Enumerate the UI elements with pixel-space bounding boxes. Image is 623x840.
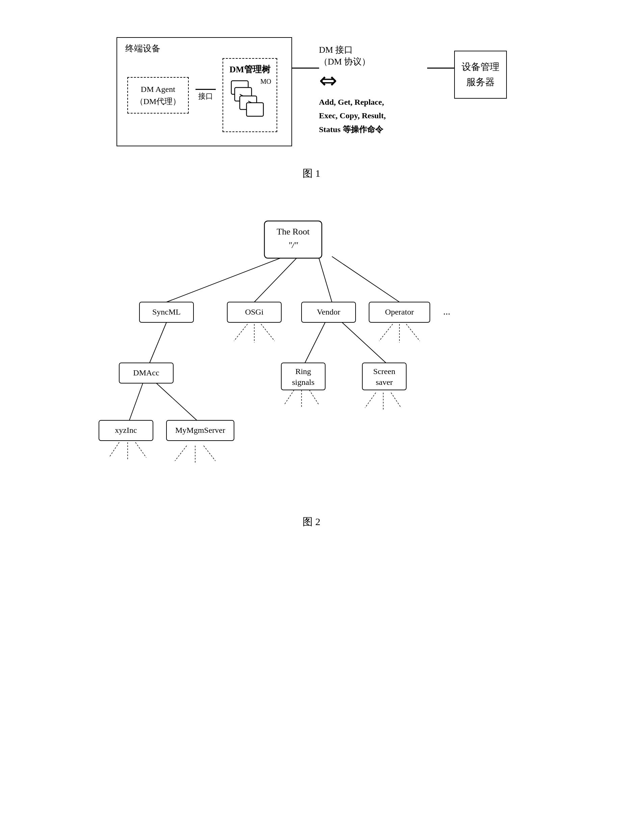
fig1-caption: 图 1 [41,166,582,180]
ringsignals-text2: signals [292,378,315,386]
screensaver-text1: Screen [373,367,395,376]
commands-text: Add, Get, Replace, Exec, Copy, Result, S… [319,95,386,137]
dm-interface-label: DM 接口 （DM 协议） [319,44,370,68]
root-text-line2: "/" [288,240,298,250]
svg-line-25 [175,446,187,461]
terminal-label: 终端设备 [125,43,160,54]
svg-line-19 [379,324,393,341]
svg-line-15 [342,322,386,363]
tree-svg: The Root "/" SyncML OSGi Vendor Operator… [75,201,548,505]
ellipsis-text: ... [443,306,450,317]
svg-line-27 [204,446,215,461]
dm-tree-label: DM管理树 [230,63,270,75]
screensaver-text2: saver [376,378,393,386]
figure1: 终端设备 DM Agent （DM代理） 接口 DM管理树 MO [41,27,582,180]
dm-agent-line1: DM Agent [141,85,175,94]
server-box: 设备管理 服务器 [454,51,507,98]
osgi-text: OSGi [245,308,263,316]
svg-rect-3 [247,103,263,116]
svg-line-16 [234,324,247,341]
svg-line-28 [284,390,294,405]
vendor-text: Vendor [317,308,340,316]
dm-tree-box: DM管理树 MO [222,58,277,132]
dm-agent-line2: （DM代理） [135,97,181,106]
svg-line-7 [166,257,285,302]
terminal-section: 终端设备 DM Agent （DM代理） 接口 DM管理树 MO [117,37,292,146]
double-arrow: ⇔ [319,71,337,91]
root-text-line1: The Root [276,227,310,237]
svg-line-18 [261,324,275,341]
svg-line-22 [109,442,119,457]
figure2: The Root "/" SyncML OSGi Vendor Operator… [41,201,582,529]
syncml-text: SyncML [152,308,181,316]
svg-line-8 [254,257,298,302]
svg-line-12 [129,383,143,420]
svg-line-33 [391,392,401,408]
operator-text: Operator [385,308,414,316]
mo-label: MO [260,78,271,86]
fig2-caption: 图 2 [41,515,582,529]
dmacc-text: DMAcc [133,368,159,377]
server-line1: 设备管理 [462,62,499,72]
svg-line-24 [135,442,146,457]
svg-line-14 [305,322,325,363]
dm-interface-line2: （DM 协议） [319,57,370,66]
dm-interface-line1: DM 接口 [319,45,353,55]
mymgmserver-text: MyMgmServer [175,426,225,435]
interface-label: 接口 [198,91,213,102]
svg-line-11 [150,322,166,363]
svg-line-10 [332,257,399,302]
svg-line-30 [309,390,319,405]
svg-line-9 [318,257,332,302]
svg-line-13 [157,383,197,420]
server-line2: 服务器 [466,77,495,87]
ringsignals-text1: Ring [295,367,311,376]
svg-line-21 [406,324,420,341]
xyzinc-text: xyzInc [115,426,137,435]
dm-agent-box: DM Agent （DM代理） [127,77,189,114]
dm-interface-section: DM 接口 （DM 协议） ⇔ Add, Get, Replace, Exec,… [319,37,427,143]
svg-line-31 [365,392,376,408]
